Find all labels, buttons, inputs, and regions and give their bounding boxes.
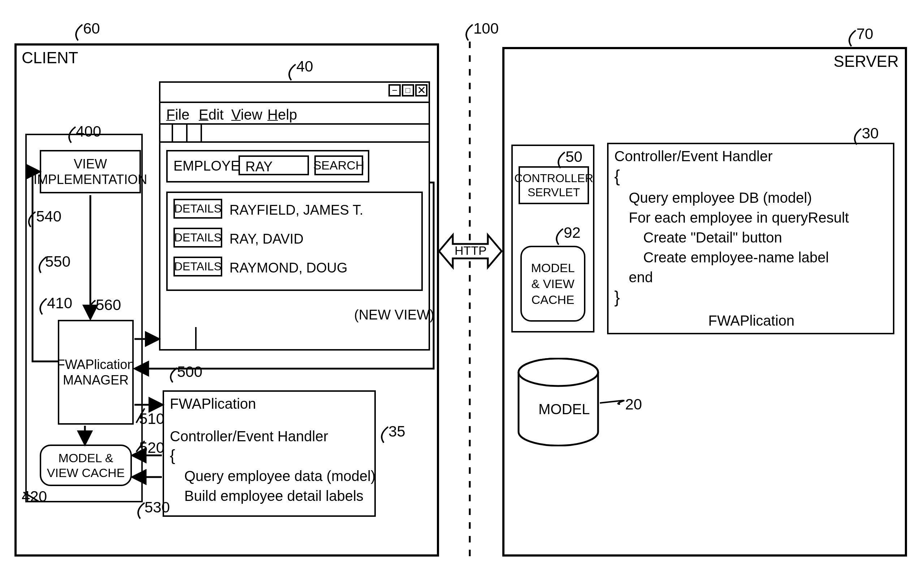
- ref-560: 560: [96, 296, 121, 314]
- menu-file[interactable]: File: [166, 107, 189, 123]
- seh-line5: end: [629, 269, 653, 286]
- toolbar: [159, 125, 430, 143]
- ref-20: 20: [625, 396, 642, 413]
- seh-brace-close: }: [614, 287, 620, 307]
- ref-530: 530: [145, 499, 170, 516]
- server-model-view-cache: MODEL & VIEW CACHE: [520, 246, 586, 322]
- client-mvcache-label: MODEL & VIEW CACHE: [47, 451, 125, 480]
- view-implementation-label: VIEW IMPLEMENTATION: [34, 156, 147, 187]
- client-title: CLIENT: [22, 49, 78, 67]
- ref-540: 540: [36, 208, 61, 225]
- seh-title: Controller/Event Handler: [614, 148, 772, 164]
- seh-brace-open: {: [614, 166, 620, 186]
- model-label: MODEL: [538, 401, 590, 418]
- details-button-1[interactable]: DETAILS: [173, 199, 222, 219]
- menu-view[interactable]: View: [231, 107, 262, 123]
- ref-35: 35: [388, 423, 406, 440]
- result-name-2: RAY, DAVID: [229, 231, 304, 247]
- result-name-3: RAYMOND, DOUG: [229, 260, 348, 276]
- svg-point-1: [518, 358, 598, 386]
- search-button-label: SEARCH: [313, 158, 365, 172]
- client-model-view-cache: MODEL & VIEW CACHE: [40, 444, 132, 486]
- client-fwapp-title: FWAPlication: [170, 396, 256, 412]
- minimize-icon: −: [392, 85, 397, 96]
- search-button[interactable]: SEARCH: [314, 155, 363, 175]
- employee-input-value: RAY: [245, 159, 313, 175]
- window-close-button[interactable]: ✕: [415, 84, 427, 96]
- server-mvcache-label: MODEL & VIEW CACHE: [531, 260, 575, 308]
- seh-footer: FWAPlication: [708, 312, 795, 329]
- ref-60: 60: [83, 20, 100, 37]
- ref-500: 500: [177, 363, 202, 381]
- ref-520: 520: [139, 439, 164, 456]
- seh-line1: Query employee DB (model): [629, 190, 812, 206]
- fwaplication-manager-box: FWAPlication MANAGER: [58, 320, 134, 424]
- seh-line3: Create "Detail" button: [643, 230, 782, 246]
- ref-510: 510: [139, 410, 164, 428]
- details-button-2-label: DETAILS: [174, 231, 221, 244]
- ref-400: 400: [76, 123, 101, 140]
- close-icon: ✕: [417, 86, 426, 95]
- result-name-1: RAYFIELD, JAMES T.: [229, 202, 363, 218]
- ref-70: 70: [856, 25, 873, 43]
- details-button-3-label: DETAILS: [174, 260, 221, 273]
- details-button-3[interactable]: DETAILS: [173, 257, 222, 276]
- controller-servlet-box: CONTROLLER SERVLET: [518, 166, 589, 204]
- window-minimize-button[interactable]: −: [388, 84, 401, 96]
- ref-30: 30: [862, 125, 879, 142]
- ref-410: 410: [47, 294, 72, 312]
- fwaplication-manager-label: FWAPlication MANAGER: [57, 357, 135, 388]
- maximize-icon: □: [406, 86, 410, 95]
- server-title: SERVER: [834, 53, 899, 71]
- new-view-label: (NEW VIEW): [354, 307, 434, 323]
- view-implementation-box: VIEW IMPLEMENTATION: [40, 150, 141, 193]
- window-maximize-button[interactable]: □: [402, 84, 414, 96]
- employee-input[interactable]: RAY: [239, 155, 309, 175]
- employee-label: EMPLOYEE: [173, 158, 249, 174]
- details-button-2[interactable]: DETAILS: [173, 228, 222, 248]
- menu-edit[interactable]: Edit: [199, 107, 224, 123]
- client-fwapp-line1: Query employee data (model): [184, 468, 375, 484]
- seh-line2: For each employee in queryResult: [629, 210, 849, 226]
- seh-line4: Create employee-name label: [643, 249, 829, 266]
- controller-servlet-label: CONTROLLER SERVLET: [514, 171, 593, 199]
- client-fwapp-subtitle: Controller/Event Handler: [170, 428, 328, 444]
- details-button-1-label: DETAILS: [174, 202, 221, 215]
- client-fwapp-line2: Build employee detail labels: [184, 488, 363, 504]
- http-label: HTTP: [455, 244, 487, 258]
- ref-550: 550: [45, 253, 71, 270]
- client-fwapp-brace: {: [170, 446, 175, 464]
- ref-40: 40: [296, 58, 313, 75]
- ref-420: 420: [22, 488, 47, 505]
- ref-50: 50: [566, 148, 582, 165]
- menu-help[interactable]: Help: [267, 107, 297, 123]
- ref-100: 100: [474, 20, 499, 37]
- ref-92: 92: [564, 224, 581, 241]
- window-statusbar: [159, 327, 430, 350]
